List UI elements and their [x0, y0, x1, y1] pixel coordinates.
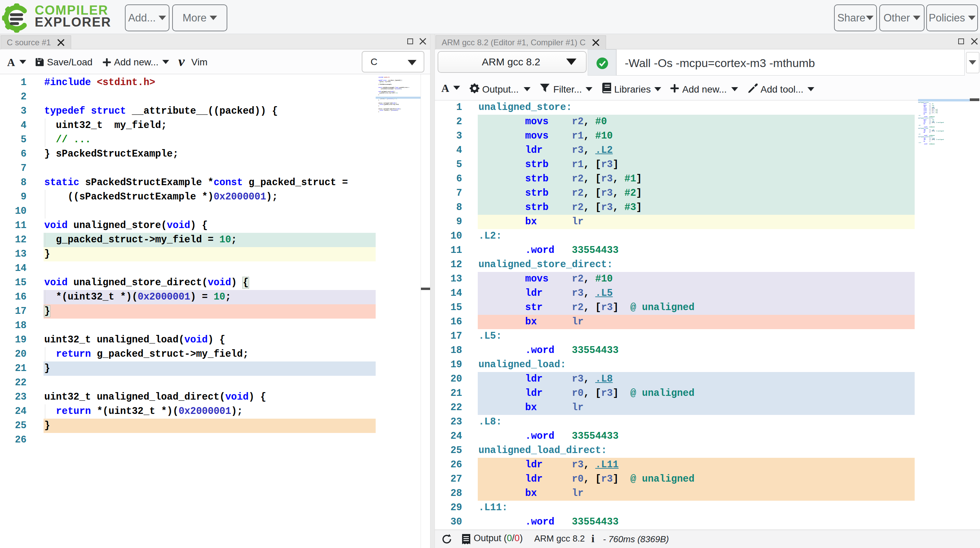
- svg-text:v: v: [178, 56, 185, 68]
